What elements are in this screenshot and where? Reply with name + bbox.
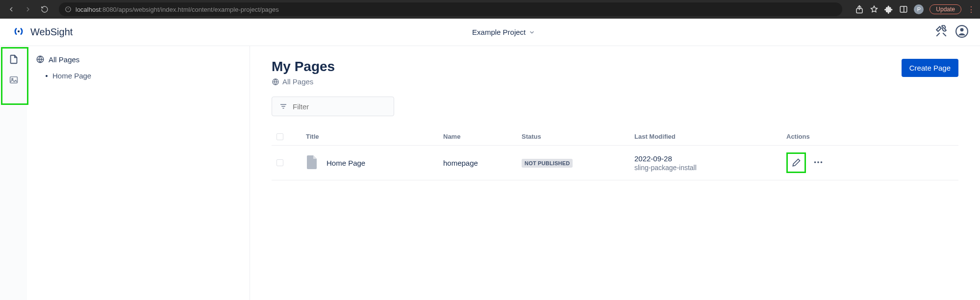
brand[interactable]: WebSight [12, 25, 73, 40]
svg-point-18 [821, 161, 823, 163]
row-name: homepage [443, 159, 522, 167]
forward-button[interactable] [22, 3, 34, 16]
share-icon[interactable] [855, 5, 864, 14]
create-page-button[interactable]: Create Page [902, 59, 958, 77]
filter-box[interactable] [272, 97, 394, 116]
highlight-rail [1, 47, 28, 105]
col-title: Title [306, 133, 443, 140]
tree-root-label: All Pages [49, 55, 79, 64]
project-name: Example Project [472, 28, 526, 36]
col-actions: Actions [786, 133, 958, 140]
more-actions-button[interactable] [813, 157, 824, 169]
col-modified: Last Modified [634, 133, 786, 140]
table-row: Home Page homepage NOT PUBLISHED 2022-09… [272, 146, 958, 180]
reload-button[interactable] [38, 3, 51, 16]
status-badge: NOT PUBLISHED [522, 159, 573, 168]
row-title[interactable]: Home Page [327, 159, 365, 167]
browser-toolbar: localhost:8080/apps/websight/index.html/… [0, 0, 980, 19]
side-tree: All Pages Home Page [27, 46, 250, 300]
globe-icon [36, 55, 45, 64]
brand-name: WebSight [30, 26, 73, 38]
row-modified-date: 2022-09-28 [634, 154, 786, 163]
extensions-icon[interactable] [884, 5, 893, 14]
select-all-checkbox[interactable] [276, 133, 283, 140]
main-content: My Pages All Pages Create Page Title Nam… [250, 46, 980, 300]
url-host: localhost [75, 6, 101, 13]
row-checkbox[interactable] [276, 159, 283, 166]
col-status: Status [522, 133, 634, 140]
address-bar[interactable]: localhost:8080/apps/websight/index.html/… [59, 2, 842, 16]
row-modified-by: sling-package-install [634, 164, 786, 172]
table-header: Title Name Status Last Modified Actions [272, 128, 958, 146]
project-switcher[interactable]: Example Project [472, 28, 535, 36]
svg-point-17 [817, 161, 819, 163]
pencil-icon [791, 158, 801, 168]
browser-menu-icon[interactable]: ⋮ [967, 5, 975, 14]
tree-item-label: Home Page [52, 72, 91, 80]
svg-point-8 [960, 28, 964, 31]
svg-point-6 [18, 30, 20, 32]
globe-icon [272, 78, 279, 86]
url-path: :8080/apps/websight/index.html/content/e… [101, 6, 279, 13]
bullet-icon [46, 75, 48, 77]
browser-update-button[interactable]: Update [930, 4, 961, 14]
page-icon [306, 155, 318, 171]
col-name: Name [443, 133, 522, 140]
app-header: WebSight Example Project [0, 19, 980, 46]
filter-input[interactable] [293, 102, 387, 111]
tree-root[interactable]: All Pages [36, 55, 241, 64]
pages-table: Title Name Status Last Modified Actions … [272, 128, 958, 180]
browser-profile-avatar[interactable]: P [914, 4, 924, 14]
tools-icon[interactable] [935, 25, 948, 40]
account-icon[interactable] [955, 25, 968, 40]
chevron-down-icon [528, 29, 535, 36]
breadcrumb[interactable]: All Pages [272, 77, 335, 86]
panel-icon[interactable] [899, 5, 908, 14]
page-title: My Pages [272, 59, 335, 75]
bookmark-icon[interactable] [870, 5, 879, 14]
back-button[interactable] [5, 3, 18, 16]
edit-button[interactable] [786, 152, 806, 173]
workspace: All Pages Home Page My Pages All Pages C… [0, 46, 980, 300]
filter-icon [279, 102, 288, 111]
dots-horizontal-icon [813, 157, 824, 168]
svg-point-16 [814, 161, 816, 163]
logo-icon [12, 25, 25, 40]
breadcrumb-label: All Pages [282, 77, 313, 86]
tree-item[interactable]: Home Page [46, 70, 241, 82]
